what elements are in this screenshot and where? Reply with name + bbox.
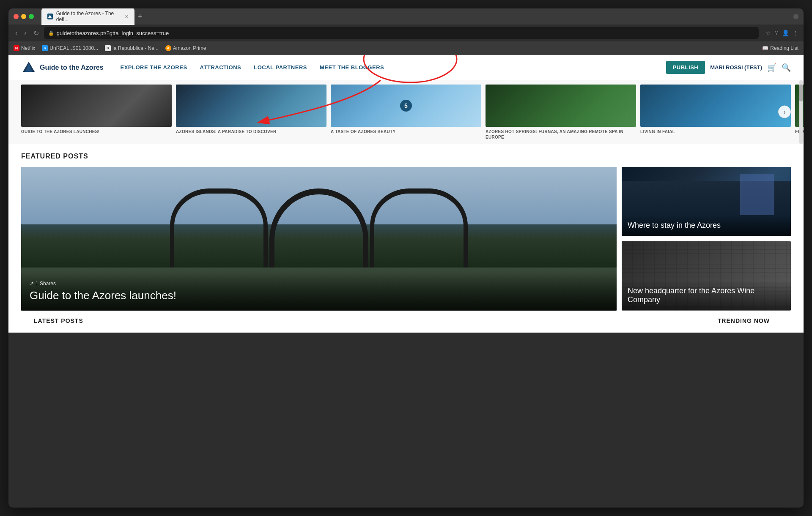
publish-button[interactable]: PUBLISH [666,61,705,74]
slide-image-3: 5 [331,85,481,127]
slide-item-1[interactable]: GUIDE TO THE AZORES LAUNCHES! [21,85,172,140]
nav-local-partners[interactable]: LOCAL PARTNERS [254,64,307,71]
side-card-overlay-2: New headquarter for the Azores Wine Comp… [622,281,791,311]
profile-icon[interactable]: 👤 [782,30,789,36]
cart-icon[interactable]: 🛒 [767,63,776,72]
shares-badge: ↗ 1 Shares [30,281,608,287]
slide-image-4 [486,85,636,127]
tab-title: Guide to the Azores - The defi... [56,11,121,22]
traffic-lights [14,14,34,19]
address-bar: ‹ › ↻ 🔒 guidetotheazores.pt/?gtta_login_… [8,25,804,41]
bookmark-amazon[interactable]: a Amazon Prime [165,45,206,51]
reading-list-button[interactable]: 📖 Reading List [762,45,798,51]
site-navigation: Guide to the Azores EXPLORE THE AZORES A… [8,55,804,80]
slide-image-1 [21,85,172,127]
side-card-1[interactable]: Where to stay in the Azores [622,167,791,236]
slider-track-container: GUIDE TO THE AZORES LAUNCHES! AZORES ISL… [8,80,804,144]
side-card-overlay-1: Where to stay in the Azores [622,215,791,236]
slider-section: GUIDE TO THE AZORES LAUNCHES! AZORES ISL… [8,80,804,144]
logo-mountain-icon [21,60,36,75]
address-right-controls: ☆ M 👤 ⋮ [765,30,798,36]
nav-attractions[interactable]: ATTRACTIONS [200,64,241,71]
side-card-title-2: New headquarter for the Azores Wine Comp… [628,287,785,305]
user-name[interactable]: MARI ROSSI (TEST) [710,64,762,71]
tab-favicon [47,14,53,19]
main-content: FEATURED POSTS [8,144,804,333]
slide-image-2 [176,85,326,127]
logo-text: Guide to the Azores [40,64,104,71]
bookmark-amazon-label: Amazon Prime [173,45,206,51]
maximize-button[interactable] [29,14,34,19]
slide-caption-2: AZORES ISLANDS: A PARADISE TO DISCOVER [176,129,326,134]
repubblica-icon: R [105,45,111,51]
vertical-scrollbar[interactable] [799,80,803,144]
slide-number-badge: 5 [400,100,412,112]
bookmarks-bar: N Netflix R UnREAL..S01.1080... R la Rep… [8,41,804,55]
bookmark-netflix-label: Netflix [21,45,35,51]
slide-caption-4: AZORES HOT SPRINGS: FURNAS, AN AMAZING R… [486,129,636,140]
tab-close-button[interactable]: ✕ [125,14,129,19]
featured-grid: ↗ 1 Shares Guide to the Azores launches! [21,167,791,311]
nav-right: PUBLISH MARI ROSSI (TEST) 🛒 🔍 [666,61,791,74]
window-control [793,14,798,19]
featured-main-post[interactable]: ↗ 1 Shares Guide to the Azores launches! [21,167,617,311]
side-card-2[interactable]: New headquarter for the Azores Wine Comp… [622,241,791,311]
reload-button[interactable]: ↻ [32,27,41,39]
slide-caption-1: GUIDE TO THE AZORES LAUNCHES! [21,129,172,134]
shares-count: 1 Shares [36,281,56,287]
unreal-icon: R [42,45,48,51]
tabs-bar: Guide to the Azores - The defi... ✕ + [41,8,790,25]
bookmark-unreal-label: UnREAL..S01.1080... [49,45,98,51]
slide-caption-5: LIVING IN FAIAL [640,129,791,134]
featured-main-overlay: ↗ 1 Shares Guide to the Azores launches! [21,272,617,311]
website: Guide to the Azores EXPLORE THE AZORES A… [8,55,804,333]
close-button[interactable] [14,14,19,19]
slider-track: GUIDE TO THE AZORES LAUNCHES! AZORES ISL… [21,85,791,140]
bookmark-netflix[interactable]: N Netflix [14,45,35,51]
nav-explore[interactable]: EXPLORE THE AZORES [121,64,187,71]
svg-marker-0 [48,15,52,18]
slide-item-2[interactable]: AZORES ISLANDS: A PARADISE TO DISCOVER [176,85,326,140]
slide-item-3[interactable]: 5 A TASTE OF AZORES BEAUTY [331,85,481,140]
url-text: guidetotheazores.pt/?gtta_login_success=… [57,30,169,36]
forward-button[interactable]: › [22,27,28,38]
active-tab[interactable]: Guide to the Azores - The defi... ✕ [41,8,134,25]
bookmark-repubblica-label: la Repubblica - Ne... [112,45,159,51]
side-card-title-1: Where to stay in the Azores [628,221,785,230]
bookmark-repubblica[interactable]: R la Repubblica - Ne... [105,45,159,51]
slide-caption-3: A TASTE OF AZORES BEAUTY [331,129,481,134]
slide-item-5[interactable]: LIVING IN FAIAL [640,85,791,140]
search-icon[interactable]: 🔍 [782,63,791,72]
more-options-icon[interactable]: ⋮ [793,30,798,36]
extensions-icon[interactable]: M [774,30,779,36]
nav-meet-bloggers[interactable]: MEET THE BLOGGERS [320,64,384,71]
bookmark-star-icon[interactable]: ☆ [765,30,771,36]
latest-posts-title: LATEST POSTS [34,317,83,324]
reading-list-icon: 📖 [762,45,768,51]
slide-item-4[interactable]: AZORES HOT SPRINGS: FURNAS, AN AMAZING R… [486,85,636,140]
netflix-icon: N [14,45,19,51]
scrollbar-thumb[interactable] [799,85,803,101]
title-bar: Guide to the Azores - The defi... ✕ + [8,8,804,25]
featured-posts-title: FEATURED POSTS [21,153,791,160]
minimize-button[interactable] [21,14,26,19]
nav-links: EXPLORE THE AZORES ATTRACTIONS LOCAL PAR… [121,64,384,71]
featured-main-title: Guide to the Azores launches! [30,289,608,302]
trending-now-title: TRENDING NOW [718,317,770,324]
lock-icon: 🔒 [48,30,54,36]
share-icon: ↗ [30,281,34,287]
new-tab-button[interactable]: + [136,13,144,20]
slide-image-5 [640,85,791,127]
featured-side-posts: Where to stay in the Azores [622,167,791,311]
reading-list-label: Reading List [770,45,798,51]
bottom-bar: LATEST POSTS TRENDING NOW [21,311,791,324]
amazon-icon: a [165,45,171,51]
bookmark-unreal[interactable]: R UnREAL..S01.1080... [42,45,98,51]
site-logo[interactable]: Guide to the Azores [21,60,104,75]
back-button[interactable]: ‹ [14,27,19,38]
url-bar[interactable]: 🔒 guidetotheazores.pt/?gtta_login_succes… [44,27,759,39]
website-content: Guide to the Azores EXPLORE THE AZORES A… [8,55,804,333]
slider-next-arrow[interactable]: › [778,105,791,118]
